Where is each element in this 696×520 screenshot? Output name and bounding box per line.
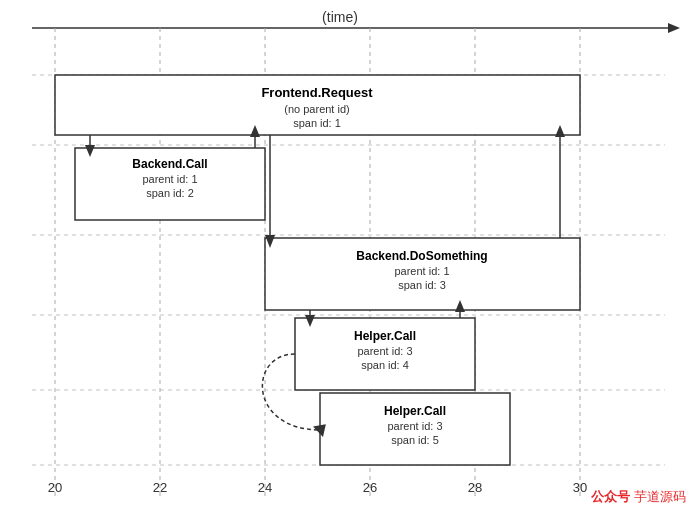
svg-text:span id: 4: span id: 4 (361, 359, 409, 371)
diagram: (time) Frontend.Request (no parent id) (0, 0, 696, 520)
svg-text:parent id: 1: parent id: 1 (394, 265, 449, 277)
svg-text:(time): (time) (322, 9, 358, 25)
svg-text:30: 30 (573, 480, 587, 495)
svg-text:20: 20 (48, 480, 62, 495)
svg-text:span id: 1: span id: 1 (293, 117, 341, 129)
svg-text:24: 24 (258, 480, 272, 495)
svg-text:(no parent id): (no parent id) (284, 103, 349, 115)
svg-text:parent id: 3: parent id: 3 (387, 420, 442, 432)
svg-text:28: 28 (468, 480, 482, 495)
svg-text:span id: 5: span id: 5 (391, 434, 439, 446)
svg-text:26: 26 (363, 480, 377, 495)
svg-text:Backend.Call: Backend.Call (132, 157, 207, 171)
svg-text:parent id: 1: parent id: 1 (142, 173, 197, 185)
svg-text:span id: 2: span id: 2 (146, 187, 194, 199)
watermark: 公众号 芋道源码 (591, 488, 686, 506)
svg-text:Backend.DoSomething: Backend.DoSomething (356, 249, 487, 263)
svg-text:parent id: 3: parent id: 3 (357, 345, 412, 357)
svg-text:Frontend.Request: Frontend.Request (261, 85, 373, 100)
svg-text:22: 22 (153, 480, 167, 495)
svg-text:Helper.Call: Helper.Call (354, 329, 416, 343)
watermark-icon: 公众号 (591, 488, 630, 506)
watermark-text: 芋道源码 (634, 488, 686, 506)
svg-text:Helper.Call: Helper.Call (384, 404, 446, 418)
svg-text:span id: 3: span id: 3 (398, 279, 446, 291)
